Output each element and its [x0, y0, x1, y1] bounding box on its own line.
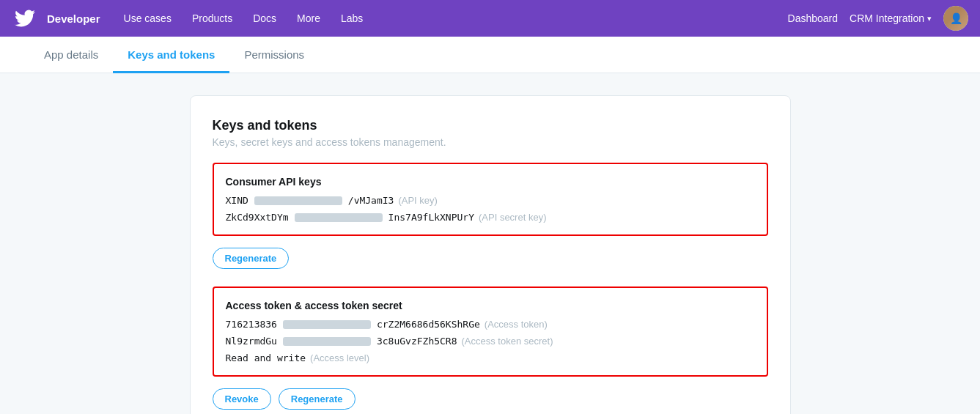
avatar-image: 👤: [943, 6, 968, 31]
tab-app-details[interactable]: App details: [29, 37, 113, 73]
api-key-prefix: XIND: [226, 195, 248, 206]
top-navigation: Developer Use cases Products Docs More L…: [0, 0, 980, 37]
avatar[interactable]: 👤: [943, 6, 968, 31]
access-secret-label: (Access token secret): [462, 336, 553, 347]
api-key-suffix: /vMJamI3: [348, 195, 394, 206]
nav-more[interactable]: More: [288, 8, 329, 29]
secret-key-suffix: Ins7A9fLkXNPUrY: [388, 212, 474, 223]
nav-use-cases[interactable]: Use cases: [115, 8, 180, 29]
card-subtitle: Keys, secret keys and access tokens mana…: [213, 136, 768, 148]
access-secret-masked: [283, 337, 371, 346]
access-token-label: (Access token): [485, 319, 548, 330]
nav-labs[interactable]: Labs: [332, 8, 372, 29]
crm-dropdown[interactable]: CRM Integration ▾: [850, 12, 932, 24]
card-title: Keys and tokens: [213, 118, 768, 133]
consumer-section-title: Consumer API keys: [226, 176, 755, 188]
access-secret-prefix: Nl9zrmdGu: [226, 336, 277, 347]
subtab-bar: App details Keys and tokens Permissions: [0, 37, 980, 73]
api-key-label: (API key): [398, 195, 437, 206]
secret-key-row: ZkCd9XxtDYm Ins7A9fLkXNPUrY (API secret …: [226, 212, 755, 223]
access-token-row: 716213836 crZ2M6686d56KShRGe (Access tok…: [226, 319, 755, 330]
crm-label: CRM Integration: [850, 12, 924, 24]
access-token-prefix: 716213836: [226, 319, 277, 330]
secret-key-label: (API secret key): [479, 212, 546, 223]
chevron-down-icon: ▾: [927, 14, 932, 23]
tab-keys-tokens[interactable]: Keys and tokens: [113, 37, 229, 73]
api-key-row: XIND /vMJamI3 (API key): [226, 195, 755, 206]
access-regenerate-button[interactable]: Regenerate: [279, 388, 355, 410]
brand-label: Developer: [47, 12, 100, 25]
main-content: Keys and tokens Keys, secret keys and ac…: [161, 73, 820, 414]
nav-docs[interactable]: Docs: [244, 8, 285, 29]
twitter-logo: [12, 5, 38, 32]
keys-tokens-card: Keys and tokens Keys, secret keys and ac…: [190, 95, 791, 414]
api-key-masked: [254, 196, 342, 205]
access-level-label: (Access level): [310, 352, 369, 363]
nav-right: Dashboard CRM Integration ▾ 👤: [788, 6, 968, 31]
access-level-value: Read and write: [226, 352, 306, 363]
access-token-masked: [283, 320, 371, 329]
access-secret-row: Nl9zrmdGu 3c8uGvzFZh5CR8 (Access token s…: [226, 336, 755, 347]
consumer-api-keys-section: Consumer API keys XIND /vMJamI3 (API key…: [213, 163, 768, 236]
access-token-section: Access token & access token secret 71621…: [213, 287, 768, 377]
consumer-regenerate-button[interactable]: Regenerate: [213, 248, 290, 269]
secret-key-masked: [295, 213, 383, 222]
dashboard-link[interactable]: Dashboard: [788, 12, 839, 24]
access-level-row: Read and write (Access level): [226, 352, 755, 363]
access-token-actions: Revoke Regenerate: [213, 388, 768, 410]
access-section-title: Access token & access token secret: [226, 300, 755, 311]
access-secret-suffix: 3c8uGvzFZh5CR8: [377, 336, 457, 347]
revoke-button[interactable]: Revoke: [213, 388, 271, 410]
nav-links: Use cases Products Docs More Labs: [115, 8, 788, 29]
tab-permissions[interactable]: Permissions: [229, 37, 319, 73]
secret-key-prefix: ZkCd9XxtDYm: [226, 212, 289, 223]
access-token-suffix: crZ2M6686d56KShRGe: [377, 319, 480, 330]
nav-products[interactable]: Products: [183, 8, 241, 29]
